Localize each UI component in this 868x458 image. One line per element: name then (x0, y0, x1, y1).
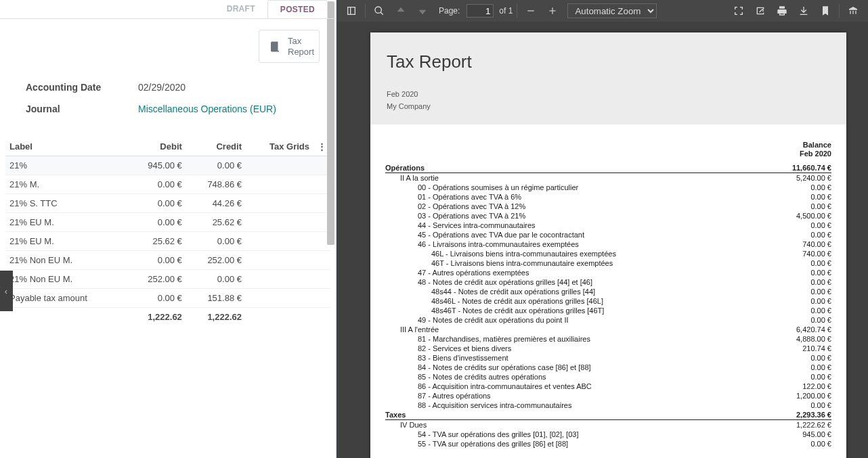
report-line: 44 - Services intra-communautaires0.00 € (385, 221, 831, 230)
cell-debit: 0.00 € (127, 289, 186, 308)
journal-value[interactable]: Miscellaneous Operations (EUR) (138, 104, 276, 114)
tab-posted[interactable]: Posted (267, 0, 328, 18)
report-line: 48 - Notes de crédit aux opérations gril… (385, 277, 831, 287)
cell-debit: 252.00 € (127, 270, 186, 289)
table-row[interactable]: Payable tax amount0.00 €151.88 € (5, 289, 330, 308)
report-line: 81 - Marchandises, matières premières et… (385, 334, 831, 344)
cell-label: 21% (5, 156, 127, 175)
cell-label: 21% Non EU M. (5, 251, 127, 270)
table-row[interactable]: 21%945.00 €0.00 € (5, 156, 330, 175)
book-icon (269, 41, 281, 53)
report-line: 48s46T - Notes de crédit aux opérations … (385, 306, 831, 315)
cell-label: 21% EU M. (5, 232, 127, 251)
total-debit: 1,222.62 (127, 308, 186, 327)
table-row[interactable]: 21% EU M.25.62 €0.00 € (5, 232, 330, 251)
report-line: III A l'entrée6,420.74 € (385, 325, 831, 334)
cell-label: Payable tax amount (5, 289, 127, 308)
cell-label: 21% S. TTC (5, 194, 127, 213)
cell-debit: 945.00 € (127, 156, 186, 175)
col-debit[interactable]: Debit (127, 137, 186, 156)
report-line: 45 - Opérations avec TVA due par le coco… (385, 230, 831, 239)
report-line: IV Dues1,222.62 € (385, 420, 831, 430)
cell-label: 21% Non EU M. (5, 270, 127, 289)
next-page-icon[interactable] (413, 1, 432, 20)
report-line: II A la sortie5,240.00 € (385, 173, 831, 183)
col-credit[interactable]: Credit (186, 137, 246, 156)
tax-report-label: Tax Report (288, 36, 314, 57)
tax-report-button[interactable]: Tax Report (259, 30, 320, 63)
cell-debit: 0.00 € (127, 194, 186, 213)
report-line: 55 - TVA sur opérations des grilles [86]… (385, 439, 831, 449)
zoom-in-icon[interactable] (543, 1, 562, 20)
download-icon[interactable] (794, 1, 813, 20)
cell-credit: 44.26 € (186, 194, 246, 213)
fullscreen-icon[interactable] (729, 1, 748, 20)
table-row[interactable]: 21% Non EU M.0.00 €252.00 € (5, 251, 330, 270)
pdf-toolbar: Page: of 1 Automatic Zoom (337, 0, 868, 22)
report-line: 46T - Livraisons biens intra-communautai… (385, 258, 831, 268)
print-icon[interactable] (773, 1, 791, 20)
cell-debit: 0.00 € (127, 175, 186, 194)
accounting-date-label: Accounting Date (26, 82, 138, 93)
col-label[interactable]: Label (5, 137, 127, 156)
cell-debit: 0.00 € (127, 251, 186, 270)
form-panel: Draft Posted Tax Report Accounting Date … (0, 0, 337, 458)
report-line: 02 - Opérations avec TVA à 12%0.00 € (385, 202, 831, 211)
scrollbar[interactable] (326, 0, 336, 458)
cell-credit: 25.62 € (186, 213, 246, 232)
cell-credit: 151.88 € (186, 289, 246, 308)
table-row[interactable]: 21% S. TTC0.00 €44.26 € (5, 194, 330, 213)
report-line: 83 - Biens d'investissement0.00 € (385, 353, 831, 363)
cell-debit: 0.00 € (127, 213, 186, 232)
table-row[interactable]: 21% M.0.00 €748.86 € (5, 175, 330, 194)
report-line: 01 - Opérations avec TVA à 6%0.00 € (385, 192, 831, 202)
table-row[interactable]: 21% Non EU M.252.00 €0.00 € (5, 270, 330, 289)
page-input[interactable] (466, 4, 494, 18)
report-line: 48s46L - Notes de crédit aux opérations … (385, 296, 831, 306)
tools-icon[interactable] (844, 1, 863, 20)
bookmark-icon[interactable] (816, 1, 835, 20)
cell-label: 21% EU M. (5, 213, 127, 232)
journal-label: Journal (26, 104, 138, 114)
cell-credit: 0.00 € (186, 232, 246, 251)
report-line: 46L - Livraisons biens intra-communautai… (385, 249, 831, 258)
zoom-select[interactable]: Automatic Zoom (567, 3, 657, 18)
report-line: 48s44 - Notes de crédit aux opérations g… (385, 287, 831, 296)
report-line: 03 - Opérations avec TVA à 21%4,500.00 € (385, 211, 831, 221)
cell-credit: 0.00 € (186, 156, 246, 175)
report-line: 46 - Livraisons intra-communautaires exe… (385, 239, 831, 249)
cell-label: 21% M. (5, 175, 127, 194)
report-line: 49 - Notes de crédit aux opérations du p… (385, 315, 831, 325)
open-icon[interactable] (751, 1, 770, 20)
report-line: 54 - TVA sur opérations des grilles [01]… (385, 430, 831, 439)
report-title: Tax Report (387, 51, 830, 72)
pdf-preview-panel: ‹ Page: of 1 Automatic Zoom (337, 0, 868, 458)
page-label: Page: (439, 6, 460, 16)
sidebar-toggle-icon[interactable] (342, 1, 361, 20)
report-company: My Company (387, 101, 830, 113)
accounting-date-value: 02/29/2020 (138, 82, 186, 93)
report-line: Opérations11,660.74 € (385, 163, 831, 173)
report-line: 87 - Autres opérations1,200.00 € (385, 391, 831, 400)
prev-page-icon[interactable] (391, 1, 410, 20)
cell-credit: 0.00 € (186, 270, 246, 289)
zoom-out-icon[interactable] (521, 1, 540, 20)
journal-items-table: Label Debit Credit Tax Grids ⋮ 21%945.00… (5, 137, 330, 326)
table-row[interactable]: 21% EU M.0.00 €25.62 € (5, 213, 330, 232)
report-line: 82 - Services et biens divers210.74 € (385, 344, 831, 353)
balance-sub: Feb 2020 (385, 150, 831, 158)
tab-draft[interactable]: Draft (215, 0, 267, 18)
report-line: 00 - Opérations soumises à un régime par… (385, 183, 831, 192)
cell-credit: 748.86 € (186, 175, 246, 194)
balance-header: Balance (385, 141, 831, 150)
cell-debit: 25.62 € (127, 232, 186, 251)
col-tax-grids[interactable]: Tax Grids (246, 137, 313, 156)
report-line: 88 - Acquisition services intra-communau… (385, 400, 831, 410)
report-line: 84 - Notes de crédits sur opérations cas… (385, 363, 831, 372)
page-of: of 1 (499, 6, 513, 16)
search-icon[interactable] (370, 1, 389, 20)
cell-credit: 252.00 € (186, 251, 246, 270)
report-line: 47 - Autres opérations exemptées0.00 € (385, 268, 831, 277)
report-line: Taxes2,293.36 € (385, 410, 831, 420)
pdf-page: Tax Report Feb 2020 My Company Balance F… (370, 32, 846, 458)
